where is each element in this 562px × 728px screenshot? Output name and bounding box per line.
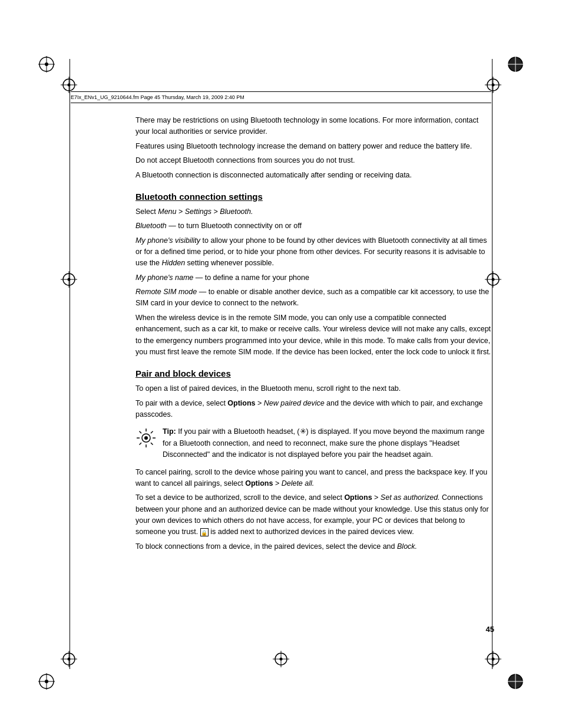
- reg-mark-bl-outer: [38, 673, 55, 690]
- border-left: [70, 59, 70, 669]
- reg-mark-br-outer: [507, 673, 524, 690]
- intro-para-1: There may be restrictions on using Bluet…: [135, 115, 494, 137]
- para-authorize: To set a device to be authorized, scroll…: [135, 492, 494, 538]
- para-open-list: To open a list of paired devices, in the…: [135, 383, 494, 394]
- header-bar: E7Ix_ENv1_UG_9210644.fm Page 45 Thursday…: [71, 91, 491, 103]
- header-bar-text: E7Ix_ENv1_UG_9210644.fm Page 45 Thursday…: [71, 94, 244, 100]
- para-block: To block connections from a device, in t…: [135, 541, 494, 552]
- intro-para-3: Do not accept Bluetooth connections from…: [135, 155, 494, 166]
- page-number: 45: [486, 625, 494, 634]
- section-heading-pair: Pair and block devices: [135, 368, 494, 378]
- svg-point-7: [68, 84, 71, 87]
- svg-line-48: [151, 443, 153, 445]
- intro-para-4: A Bluetooth connection is disconnected a…: [135, 170, 494, 181]
- tip-text: Tip: If you pair with a Bluetooth headse…: [163, 426, 494, 460]
- svg-point-30: [68, 658, 71, 661]
- reg-mark-bl-inner: [61, 651, 77, 667]
- para-select-menu: Select Menu > Settings > Bluetooth.: [135, 206, 494, 218]
- svg-point-37: [492, 658, 495, 661]
- page-container: E7Ix_ENv1_UG_9210644.fm Page 45 Thursday…: [0, 0, 562, 728]
- reg-mark-tr-inner: [485, 77, 501, 93]
- intro-para-2: Features using Bluetooth technology incr…: [135, 141, 494, 152]
- reg-mark-tl-outer: [38, 56, 55, 73]
- para-cancel-pairing: To cancel pairing, scroll to the device …: [135, 467, 494, 490]
- svg-point-18: [68, 278, 71, 281]
- reg-mark-tr-outer: [507, 56, 524, 73]
- tip-box: Tip: If you pair with a Bluetooth headse…: [135, 426, 494, 460]
- content-area: There may be restrictions on using Bluet…: [135, 115, 494, 628]
- tip-icon: [135, 427, 157, 449]
- para-phone-name: My phone's name — to define a name for y…: [135, 272, 494, 284]
- svg-point-14: [492, 84, 495, 87]
- svg-point-26: [45, 680, 48, 683]
- para-visibility: My phone's visibility to allow your phon…: [135, 235, 494, 269]
- svg-point-3: [45, 62, 48, 66]
- authorized-icon: 🔒: [200, 528, 209, 536]
- svg-line-50: [140, 443, 142, 445]
- svg-point-51: [144, 436, 148, 440]
- para-remote-sim-detail: When the wireless device is in the remot…: [135, 312, 494, 358]
- reg-mark-bc: [273, 651, 289, 667]
- section-heading-bluetooth: Bluetooth connection settings: [135, 192, 494, 202]
- svg-line-47: [140, 431, 142, 434]
- para-pair-device: To pair with a device, select Options > …: [135, 398, 494, 421]
- svg-line-49: [151, 431, 153, 434]
- reg-mark-br-inner: [485, 651, 501, 667]
- svg-point-41: [280, 658, 283, 661]
- para-remote-sim: Remote SIM mode — to enable or disable a…: [135, 286, 494, 309]
- reg-mark-tl-inner: [61, 77, 77, 93]
- reg-mark-ml: [61, 271, 77, 288]
- para-bluetooth-on-off: Bluetooth — to turn Bluetooth connectivi…: [135, 220, 494, 232]
